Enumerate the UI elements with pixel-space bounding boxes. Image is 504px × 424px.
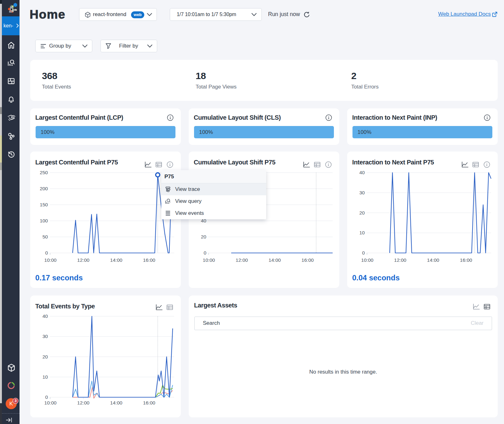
svg-text:16:00: 16:00: [143, 400, 155, 405]
svg-text:12:00: 12:00: [394, 257, 406, 263]
svg-text:14:00: 14:00: [110, 400, 123, 405]
svg-text:12:00: 12:00: [77, 400, 89, 405]
svg-text:14:00: 14:00: [269, 257, 281, 263]
svg-text:0: 0: [362, 250, 365, 255]
svg-text:10:00: 10:00: [203, 257, 215, 263]
svg-text:14:00: 14:00: [427, 257, 439, 263]
svg-text:150: 150: [40, 202, 48, 207]
svg-text:100: 100: [40, 218, 48, 223]
svg-text:50: 50: [43, 234, 48, 239]
svg-text:0: 0: [203, 250, 206, 255]
svg-text:30: 30: [43, 334, 48, 339]
svg-text:20: 20: [201, 234, 207, 239]
svg-text:12:00: 12:00: [236, 257, 248, 263]
svg-text:16:00: 16:00: [460, 257, 472, 263]
svg-text:20: 20: [43, 354, 48, 359]
svg-text:0: 0: [45, 250, 48, 255]
svg-text:10: 10: [43, 374, 48, 380]
svg-text:16:00: 16:00: [143, 257, 155, 263]
svg-text:10:00: 10:00: [361, 257, 374, 263]
svg-text:20: 20: [359, 210, 365, 215]
svg-text:40: 40: [43, 313, 48, 319]
svg-text:30: 30: [359, 190, 365, 195]
svg-text:200: 200: [40, 186, 48, 191]
svg-text:16:00: 16:00: [301, 257, 314, 263]
svg-text:10:00: 10:00: [44, 257, 57, 263]
svg-text:10:00: 10:00: [44, 400, 57, 405]
svg-text:14:00: 14:00: [110, 257, 123, 263]
svg-text:12:00: 12:00: [77, 257, 89, 263]
svg-text:0: 0: [45, 394, 48, 400]
svg-text:40: 40: [359, 170, 365, 175]
svg-text:10: 10: [359, 230, 365, 235]
svg-text:250: 250: [40, 170, 48, 175]
